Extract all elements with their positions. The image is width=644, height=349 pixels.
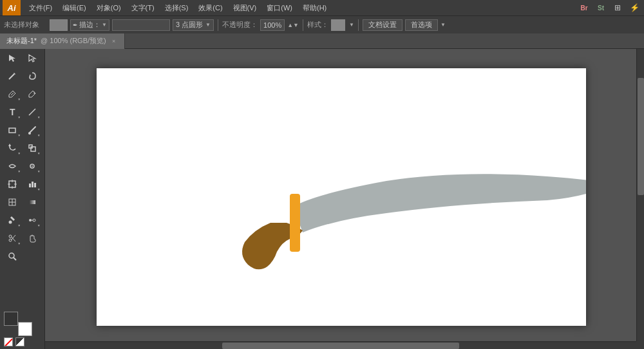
eyedropper-sub-arrow: ▼ [17,223,21,227]
canvas-area [45,49,644,349]
tool-add-anchor[interactable]: + [23,86,41,102]
menu-select[interactable]: 选择(S) [160,2,193,14]
tool-row-9 [0,193,44,211]
svg-rect-10 [31,147,35,151]
menu-window[interactable]: 窗口(W) [262,2,297,14]
opacity-label: 不透明度： [222,20,258,30]
svg-point-29 [33,219,35,222]
doc-settings-button[interactable]: 文档设置 [363,19,402,31]
menu-object[interactable]: 对象(O) [92,2,126,14]
fg-color-swatch[interactable] [4,312,18,326]
tool-magic-wand[interactable] [3,68,21,84]
menu-type[interactable]: 文字(T) [127,2,159,14]
tool-zoom[interactable] [3,249,21,264]
type-icon: T [10,107,15,117]
tool-row-10: ▼ ▼ [0,211,44,229]
tool-placeholder [23,249,41,264]
style-swatch[interactable] [331,19,345,31]
blend-sub-arrow: ▼ [37,223,41,227]
tool-artboard[interactable] [3,176,21,192]
svg-point-32 [9,239,12,241]
tool-row-5: ▼ ▼ [0,121,44,139]
tool-type[interactable]: T ▼ [3,104,21,120]
tool-scissors[interactable]: ▼ [3,231,21,246]
sync-icon-btn[interactable]: ⚡ [627,1,641,15]
h-scroll-thumb[interactable] [222,343,459,349]
options-divider3 [358,19,359,31]
stroke-size-input[interactable]: 3 点圆形 ▼ [173,19,214,31]
stock-icon-btn[interactable]: St [594,1,608,15]
menu-edit[interactable]: 编辑(E) [58,2,91,14]
both-swatch[interactable] [15,337,24,346]
options-divider2 [303,19,303,31]
tool-line[interactable]: ▼ [23,104,41,120]
rect-sub-arrow: ▼ [17,133,21,137]
menu-effect[interactable]: 效果(C) [194,2,227,14]
options-bar: 未选择对象 ✒ 描边： ▼ 3 点圆形 ▼ 不透明度： 100% ▲▼ 样式： … [0,15,644,33]
prefs-button[interactable]: 首选项 [405,19,438,31]
artboard [97,68,586,326]
tool-warp[interactable]: ▼ [3,158,21,174]
tool-scale[interactable]: ▼ [23,140,41,156]
app-logo: Ai [3,0,21,15]
svg-marker-0 [9,55,15,62]
svg-marker-9 [8,144,11,146]
document-tab[interactable]: 未标题-1* @ 100% (RGB/预览) × [0,33,125,49]
svg-line-4 [11,93,14,95]
tool-blend[interactable]: ▼ [23,212,41,228]
tool-direct-select[interactable] [23,50,41,66]
menu-help[interactable]: 帮助(H) [298,2,331,14]
tab-bar: 未标题-1* @ 100% (RGB/预览) × [0,33,644,49]
fill-swatch[interactable] [50,19,68,31]
svg-marker-1 [29,55,35,62]
tool-eyedropper[interactable]: ▼ [3,212,21,228]
tool-row-8: ▼ [0,175,44,193]
svg-line-36 [14,258,16,260]
svg-point-28 [29,219,32,222]
scroll-corner [636,341,644,349]
tool-row-2 [0,67,44,85]
tool-hand[interactable] [23,231,41,246]
svg-line-2 [9,74,14,79]
bg-color-swatch[interactable] [18,322,32,336]
svg-point-27 [9,221,12,224]
stroke-dropdown[interactable]: ✒ 描边： ▼ [70,19,109,31]
tool-lasso[interactable] [23,68,41,84]
tool-mesh[interactable] [3,194,21,210]
vertical-scrollbar[interactable] [636,49,644,341]
tool-brush[interactable]: ▼ [23,122,41,138]
line-sub-arrow: ▼ [37,115,41,119]
rotate-sub-arrow: ▼ [17,151,21,155]
horizontal-scrollbar[interactable] [45,341,636,349]
grid-icon-btn[interactable]: ⊞ [611,1,625,15]
stroke-icon: ✒ [73,22,78,28]
svg-rect-26 [10,216,15,221]
tool-rotate[interactable]: ▼ [3,140,21,156]
v-scroll-thumb[interactable] [638,78,644,195]
tool-select[interactable] [3,50,21,66]
tab-title: 未标题-1* [6,36,37,46]
tab-info: @ 100% (RGB/预览) [41,36,106,46]
graph-sub-arrow: ▼ [37,187,41,191]
svg-point-35 [9,253,14,258]
tool-rect[interactable]: ▼ [3,122,21,138]
bridge-icon-btn[interactable]: Br [577,1,591,15]
opacity-arrows: ▲▼ [287,22,299,28]
menu-view[interactable]: 视图(V) [229,2,261,14]
stroke-label: 描边： [79,20,100,30]
svg-rect-37 [290,194,300,252]
no-selection-label: 未选择对象 [4,20,39,30]
stroke-size-arrow: ▼ [205,22,211,28]
tool-bar-graph[interactable]: ▼ [23,176,41,192]
none-swatch[interactable] [4,337,13,346]
menu-file[interactable]: 文件(F) [24,2,57,14]
tool-gradient[interactable] [23,194,41,210]
swatch-extras [4,337,41,346]
tool-pen[interactable]: ▼ [3,86,21,102]
svg-rect-21 [34,183,36,187]
warp-sub-arrow: ▼ [17,169,21,173]
opacity-input[interactable]: 100% [260,19,285,31]
tab-close-button[interactable]: × [110,37,118,45]
tool-symbol[interactable]: ▼ [23,158,41,174]
options-divider [218,19,218,31]
